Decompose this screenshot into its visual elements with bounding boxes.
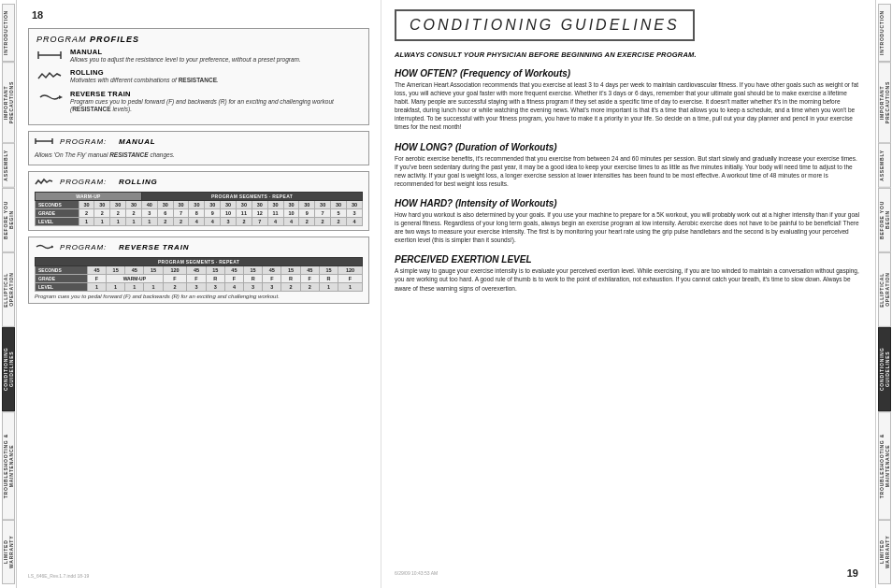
program-manual-item: MANUAL Allows you to adjust the resistan…	[36, 48, 361, 64]
manual-section-icon	[35, 136, 55, 149]
manual-section: PROGRAM: MANUAL Allows 'On The Fly' manu…	[28, 131, 369, 165]
svg-marker-7	[51, 245, 53, 248]
left-page: 18 PROGRAM PROFILES MANUAL Allows you t	[17, 0, 381, 588]
right-tab-warranty[interactable]: LIMITED WARRANTY	[878, 520, 891, 584]
perceived-exertion-body: A simple way to gauge your exercise inte…	[395, 266, 862, 292]
page-title: CONDITioninG GUIDELINES	[395, 9, 695, 41]
how-long-section: HOW LONG? (Duration of Workouts) For aer…	[395, 142, 862, 188]
reverse-table: PROGRAM SEGMENTS · REPEAT SECONDS 451545…	[35, 257, 363, 292]
how-often-body: The American Heart Association recommend…	[395, 80, 862, 132]
always-consult-text: ALWAYS CONSULT YOUR PHYSICIAN BEFORE BEG…	[395, 50, 862, 59]
page-number-18: 18	[28, 9, 47, 21]
rolling-segments-header: PROGRAM SEGMENTS · REPEAT	[141, 192, 362, 200]
reverse-text: REVERSE TRAIN Program cues you to pedal …	[70, 90, 361, 114]
content-wrapper: 18 PROGRAM PROFILES MANUAL Allows you t	[17, 0, 875, 588]
how-often-section: HOW OFTEN? (Frequency of Workouts) The A…	[395, 68, 862, 132]
rolling-row-seconds: SECONDS 3030303040 303030303030303030303…	[36, 200, 363, 208]
reverse-row-seconds: SECONDS 451545151204515451545154515120	[36, 265, 363, 274]
right-tab-conditioning[interactable]: CONDITIONING GUIDELINES	[878, 327, 891, 411]
reverse-row-level: LEVEL 11112334332211	[36, 282, 363, 291]
how-hard-section: HOW HARD? (Intensity of Workouts) How ha…	[395, 198, 862, 244]
how-long-body: For aerobic exercise benefits, it's reco…	[395, 154, 862, 188]
reverse-section: PROGRAM: REVERSE TRAIN PROGRAM SEGMENTS …	[28, 237, 369, 304]
program-reverse-item: REVERSE TRAIN Program cues you to pedal …	[36, 90, 361, 114]
how-often-heading: HOW OFTEN? (Frequency of Workouts)	[395, 68, 862, 79]
left-tab-troubleshooting[interactable]: TROUBLESHOOTING & MAINTENANCE	[2, 411, 15, 520]
rolling-row-level: LEVEL 11111 2244327442224	[36, 217, 363, 225]
right-tab-precautions[interactable]: IMPORTANT PRECAUTIONS	[878, 62, 891, 143]
bottom-bar-right: 6/29/09 10:43:53 AM 19	[395, 567, 862, 579]
rolling-table: WARM-UP PROGRAM SEGMENTS · REPEAT SECOND…	[35, 192, 363, 226]
reverse-segments-header: PROGRAM SEGMENTS · REPEAT	[36, 257, 363, 265]
left-tab-assembly[interactable]: ASSEMBLY	[2, 143, 15, 188]
page-number-19: 19	[843, 567, 862, 579]
how-hard-body: How hard you workout is also determined …	[395, 210, 862, 244]
right-page: CONDITioninG GUIDELINES ALWAYS CONSULT Y…	[381, 0, 875, 588]
manual-icon	[36, 49, 63, 63]
left-tab-bar: INTRODUCTION IMPORTANT PRECAUTIONS ASSEM…	[0, 0, 17, 588]
right-tab-troubleshooting[interactable]: TROUBLESHOOTING & MAINTENANCE	[878, 411, 891, 520]
date-info: 6/29/09 10:43:53 AM	[395, 570, 438, 576]
right-tab-bar: INTRODUCTION IMPORTANT PRECAUTIONS ASSEM…	[875, 0, 892, 588]
how-long-heading: HOW LONG? (Duration of Workouts)	[395, 142, 862, 152]
left-tab-introduction[interactable]: INTRODUCTION	[2, 4, 15, 62]
rolling-text: ROLLING Motivates with different combina…	[70, 68, 219, 84]
program-rolling-item: ROLLING Motivates with different combina…	[36, 68, 361, 84]
perceived-exertion-heading: PERCEIVED EXERTION LEVEL	[395, 254, 862, 265]
manual-text: MANUAL Allows you to adjust the resistan…	[70, 48, 301, 64]
reverse-icon	[36, 91, 63, 105]
rolling-section-title: PROGRAM: ROLLING	[35, 176, 363, 189]
program-profiles-title: PROGRAM PROFILES	[36, 35, 361, 44]
right-tab-introduction[interactable]: INTRODUCTION	[878, 4, 891, 62]
rolling-warmup-header: WARM-UP	[36, 192, 142, 200]
reverse-section-title: PROGRAM: REVERSE TRAIN	[35, 241, 363, 254]
left-tab-conditioning[interactable]: CONDITIONING GUIDELINES	[2, 327, 15, 411]
rolling-icon	[36, 69, 63, 83]
left-tab-elliptical[interactable]: ELLIPTICAL OPERATION	[2, 252, 15, 327]
rolling-section-icon	[35, 176, 55, 189]
how-hard-heading: HOW HARD? (Intensity of Workouts)	[395, 198, 862, 208]
right-page-header: CONDITioninG GUIDELINES	[395, 9, 862, 45]
reverse-row-grade: GRADE FWARM-UPFFRFRFRFRF	[36, 274, 363, 282]
perceived-exertion-section: PERCEIVED EXERTION LEVEL A simple way to…	[395, 254, 862, 292]
right-tab-assembly[interactable]: ASSEMBLY	[878, 143, 891, 188]
reverse-section-icon	[35, 241, 55, 254]
right-tab-before[interactable]: BEFORE YOU BEGIN	[878, 188, 891, 252]
rolling-section: PROGRAM: ROLLING WARM-UP PROGRAM SEGMENT…	[28, 171, 369, 231]
file-info: LS_646E_Rev.1.7.indd 18-19	[28, 573, 89, 579]
reverse-footer: Program cues you to pedal forward (F) an…	[35, 294, 363, 299]
bottom-bar-left: LS_646E_Rev.1.7.indd 18-19	[28, 573, 369, 579]
manual-section-title: PROGRAM: MANUAL	[35, 136, 363, 149]
manual-subtitle: Allows 'On The Fly' manual RESISTANCE ch…	[35, 151, 363, 158]
left-tab-precautions[interactable]: IMPORTANT PRECAUTIONS	[2, 62, 15, 143]
rolling-row-grade: GRADE 22223 678910111211109753	[36, 208, 363, 217]
left-tab-before[interactable]: BEFORE YOU BEGIN	[2, 188, 15, 252]
right-tab-elliptical[interactable]: ELLIPTICAL OPERATION	[878, 252, 891, 327]
svg-marker-3	[59, 95, 63, 99]
program-profiles-box: PROGRAM PROFILES MANUAL Allows you to ad…	[28, 28, 369, 125]
left-tab-warranty[interactable]: LIMITED WARRANTY	[2, 520, 15, 584]
